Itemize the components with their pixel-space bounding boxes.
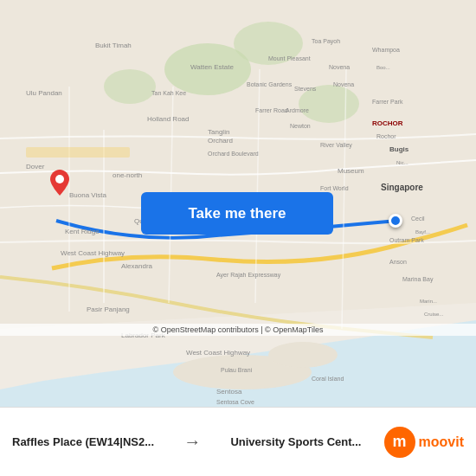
svg-text:Alexandra: Alexandra	[121, 262, 153, 270]
moovit-logo: m moovit	[384, 427, 464, 458]
svg-rect-9	[26, 147, 130, 158]
svg-text:Stevens: Stevens	[294, 86, 317, 92]
svg-text:Dover: Dover	[26, 163, 45, 170]
svg-text:Tanglin: Tanglin	[208, 128, 229, 136]
bottom-bar: Raffles Place (EW14|NS2... → University …	[0, 407, 476, 476]
svg-text:Ulu Pandan: Ulu Pandan	[26, 89, 62, 97]
svg-point-4	[268, 342, 338, 368]
to-station-name: University Sports Cent...	[230, 435, 361, 448]
svg-text:Bugis: Bugis	[389, 145, 409, 153]
svg-text:Sentosa: Sentosa	[216, 388, 242, 396]
svg-text:Novena: Novena	[329, 64, 350, 70]
svg-text:Orchard: Orchard	[208, 137, 233, 145]
svg-text:one-north: one-north	[113, 171, 142, 179]
svg-text:Tan Kah Kee: Tan Kah Kee	[151, 90, 186, 96]
svg-text:West Coast Highway: West Coast Highway	[186, 349, 250, 357]
to-station: University Sports Cent...	[230, 435, 361, 448]
svg-text:Rochor: Rochor	[376, 133, 396, 139]
svg-text:Pulau Brani: Pulau Brani	[221, 367, 253, 373]
svg-text:Sentosa Cove: Sentosa Cove	[216, 399, 254, 405]
take-me-there-button[interactable]: Take me there	[141, 192, 333, 235]
svg-text:Coral Island: Coral Island	[312, 376, 344, 382]
svg-text:Mount Pleasant: Mount Pleasant	[268, 55, 311, 61]
svg-text:Toa Payoh: Toa Payoh	[312, 38, 340, 45]
direction-arrow: →	[183, 432, 201, 452]
svg-text:Singapore: Singapore	[381, 183, 423, 192]
svg-text:Pasir Panjang: Pasir Panjang	[87, 306, 130, 313]
origin-marker	[389, 214, 402, 228]
svg-text:Novena: Novena	[333, 81, 354, 87]
svg-text:Ardmore: Ardmore	[286, 107, 309, 113]
destination-marker	[50, 170, 69, 199]
svg-text:Marina Bay: Marina Bay	[402, 276, 434, 283]
svg-text:Outram Park: Outram Park	[389, 237, 424, 243]
svg-text:Boo...: Boo...	[376, 65, 390, 70]
svg-text:ROCHOR: ROCHOR	[372, 119, 403, 127]
svg-text:Museum: Museum	[338, 167, 364, 175]
svg-text:Nic...: Nic...	[396, 160, 408, 165]
svg-text:Botanic Gardens: Botanic Gardens	[247, 81, 293, 87]
svg-text:Kent Ridge: Kent Ridge	[65, 228, 100, 235]
moovit-label: moovit	[419, 434, 464, 450]
svg-text:Orchard Boulevard: Orchard Boulevard	[208, 151, 259, 157]
svg-text:Cruise...: Cruise...	[424, 312, 444, 317]
svg-text:Whampoa: Whampoa	[372, 47, 400, 54]
svg-text:Marin...: Marin...	[420, 299, 437, 304]
svg-text:Farrer Park: Farrer Park	[372, 99, 403, 105]
svg-text:Bayf...: Bayf...	[415, 229, 430, 235]
svg-text:Holland Road: Holland Road	[147, 115, 189, 123]
svg-text:Bukit Timah: Bukit Timah	[95, 42, 132, 49]
svg-text:Ayer Rajah Expressway: Ayer Rajah Expressway	[216, 272, 281, 279]
svg-text:West Coast Highway: West Coast Highway	[61, 249, 125, 257]
svg-text:Farrer Road: Farrer Road	[255, 107, 288, 113]
svg-point-7	[104, 69, 156, 104]
svg-text:River Valley: River Valley	[320, 142, 352, 149]
svg-text:Fort World: Fort World	[320, 185, 349, 191]
svg-text:Anson: Anson	[389, 259, 407, 265]
svg-text:Newton: Newton	[290, 123, 311, 129]
moovit-icon: m	[384, 427, 415, 458]
svg-text:Cecil: Cecil	[411, 215, 425, 222]
svg-text:Buona Vista: Buona Vista	[69, 191, 107, 199]
svg-point-63	[55, 175, 64, 183]
from-station: Raffles Place (EW14|NS2...	[12, 435, 154, 448]
svg-text:Watten Estate: Watten Estate	[190, 63, 235, 71]
map-container: Ulu Pandan Clementi Road Dover Buona Vis…	[0, 0, 476, 407]
from-station-name: Raffles Place (EW14|NS2...	[12, 435, 154, 448]
map-attribution: © OpenStreetMap contributors | © OpenMap…	[0, 324, 476, 336]
